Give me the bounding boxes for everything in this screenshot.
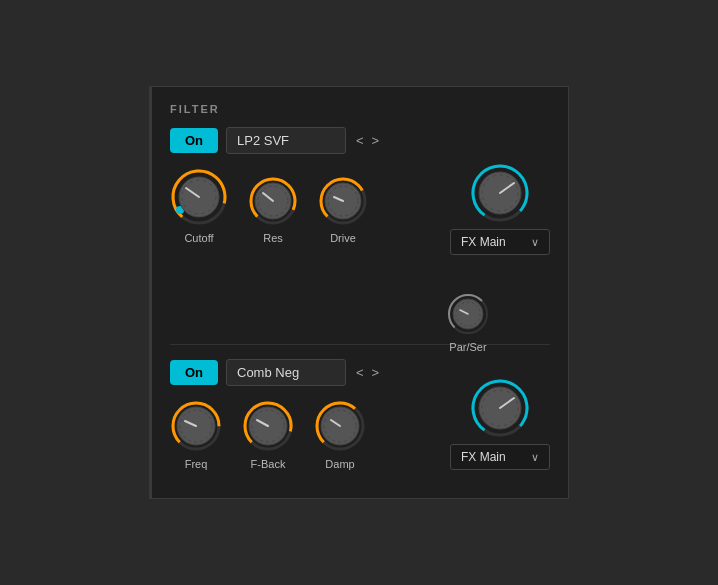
filter1-dropdown-arrow: ∨	[531, 236, 539, 249]
filter2-on-button[interactable]: On	[170, 360, 218, 385]
panel-title: FILTER	[170, 103, 550, 115]
filter1-on-button[interactable]: On	[170, 128, 218, 153]
filter2-type-label: Comb Neg	[237, 365, 299, 380]
filter2-routing: FX Main ∨	[450, 378, 550, 470]
res-knob-container: Res	[248, 176, 298, 244]
filter2-dropdown-arrow: ∨	[531, 451, 539, 464]
filter1-row: On LP2 SVF < >	[170, 127, 550, 154]
drive-knob-container: Drive	[318, 176, 368, 244]
par-ser-container: Par/Ser	[446, 292, 490, 353]
par-ser-label: Par/Ser	[449, 341, 486, 353]
freq-knob[interactable]	[170, 400, 222, 452]
filter1-fx-dropdown[interactable]: FX Main ∨	[450, 229, 550, 255]
fback-label: F-Back	[251, 458, 286, 470]
filter1-routing-knob[interactable]	[470, 163, 530, 223]
drive-knob[interactable]	[318, 176, 368, 226]
filter2-type-box: Comb Neg	[226, 359, 346, 386]
filter1-nav: < >	[354, 133, 381, 148]
filter-panel: FILTER On LP2 SVF < >	[149, 86, 569, 499]
damp-knob[interactable]	[314, 400, 366, 452]
res-label: Res	[263, 232, 283, 244]
filter2-next-button[interactable]: >	[370, 365, 382, 380]
main-content: On LP2 SVF < >	[170, 127, 550, 470]
fback-knob-container: F-Back	[242, 400, 294, 470]
filter1-type-label: LP2 SVF	[237, 133, 289, 148]
cutoff-knob-container: Cutoff	[170, 168, 228, 244]
section-divider	[170, 344, 550, 345]
filter2-fx-dropdown[interactable]: FX Main ∨	[450, 444, 550, 470]
filter1-fx-label: FX Main	[461, 235, 506, 249]
filter2-prev-button[interactable]: <	[354, 365, 366, 380]
damp-knob-container: Damp	[314, 400, 366, 470]
cutoff-label: Cutoff	[184, 232, 213, 244]
res-knob[interactable]	[248, 176, 298, 226]
drive-label: Drive	[330, 232, 356, 244]
filter1-type-box: LP2 SVF	[226, 127, 346, 154]
filter2-nav: < >	[354, 365, 381, 380]
cutoff-knob[interactable]	[170, 168, 228, 226]
filter1-prev-button[interactable]: <	[354, 133, 366, 148]
filter1-next-button[interactable]: >	[370, 133, 382, 148]
filter2-fx-label: FX Main	[461, 450, 506, 464]
freq-label: Freq	[185, 458, 208, 470]
par-ser-knob[interactable]	[446, 292, 490, 336]
filter2-routing-knob[interactable]	[470, 378, 530, 438]
damp-label: Damp	[325, 458, 354, 470]
fback-knob[interactable]	[242, 400, 294, 452]
filter1-routing: FX Main ∨	[450, 163, 550, 255]
freq-knob-container: Freq	[170, 400, 222, 470]
